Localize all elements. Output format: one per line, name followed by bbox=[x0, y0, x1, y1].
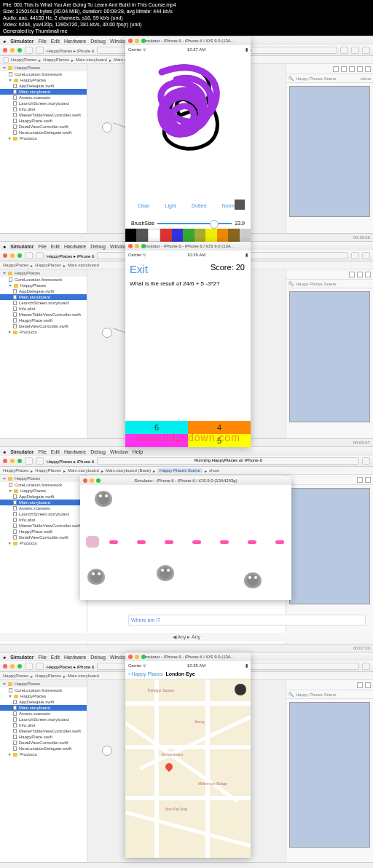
meta-file: File: 001 This Is What You Are Going To … bbox=[3, 1, 370, 8]
quiz-app[interactable]: Exit Score: 20 What is the result of 24/… bbox=[125, 259, 251, 447]
color-green[interactable] bbox=[183, 229, 194, 242]
back-btn[interactable] bbox=[3, 57, 9, 63]
watermark: www.0daydown.com bbox=[125, 432, 251, 443]
menu-hardware[interactable]: Hardware bbox=[64, 39, 86, 44]
project-navigator[interactable]: HappyPlaces CoreLocation.framework Happy… bbox=[0, 64, 87, 242]
minimize-icon[interactable] bbox=[10, 48, 15, 52]
enemy-sprite bbox=[95, 491, 112, 507]
minimize-icon[interactable] bbox=[135, 39, 139, 43]
where-am-i-field[interactable]: Where am I? bbox=[128, 615, 366, 626]
menu-edit[interactable]: Edit bbox=[51, 39, 60, 44]
enemy-sprite bbox=[87, 569, 105, 585]
enemy-sprite bbox=[157, 565, 174, 581]
screenshot-2: ●SimulatorFileEditHardwareDebugWindowHel… bbox=[0, 241, 373, 446]
eraser-icon[interactable] bbox=[240, 229, 251, 242]
map-pin-icon[interactable] bbox=[164, 762, 174, 772]
size-class-bar[interactable]: ◀ Any ▸ Any bbox=[0, 633, 373, 642]
color-blue[interactable] bbox=[172, 229, 183, 242]
poi-label: Millennium Bridge bbox=[198, 781, 227, 786]
menu-debug[interactable]: Debug bbox=[90, 39, 106, 44]
inspector: 🔍Happy Places Sceneshow bbox=[286, 64, 373, 242]
color-olive[interactable] bbox=[195, 229, 205, 242]
game-scene[interactable] bbox=[80, 485, 291, 600]
apple-icon[interactable]: ● bbox=[3, 39, 6, 44]
screenshot-4: ●SimulatorFileEditHardwareDebugWindowHel… bbox=[0, 652, 373, 868]
run-button[interactable] bbox=[25, 47, 33, 54]
player-sprite[interactable] bbox=[86, 536, 99, 548]
close-icon[interactable] bbox=[128, 39, 133, 43]
nav-bar: ‹ Happy Places London Eye bbox=[125, 669, 251, 679]
stop-button[interactable] bbox=[36, 47, 44, 54]
save-icon[interactable] bbox=[235, 200, 245, 210]
color-palette[interactable] bbox=[125, 229, 251, 242]
brush-label: BrushSize bbox=[131, 221, 154, 226]
clear-button[interactable]: Clear bbox=[138, 203, 150, 208]
exit-button[interactable]: Exit bbox=[130, 263, 148, 275]
selected-file: Main.storyboard bbox=[0, 89, 87, 95]
nav-title: London Eye bbox=[165, 671, 195, 676]
meta-audio: Audio: aac, 44100 Hz, 2 channels, s16, 5… bbox=[3, 15, 370, 21]
meta-video: Video: h264, yuv420p, 1280x720, 381 kb/s… bbox=[3, 21, 370, 28]
light-button[interactable]: Light bbox=[165, 203, 176, 208]
color-brown[interactable] bbox=[228, 229, 239, 242]
color-grey[interactable] bbox=[136, 229, 147, 242]
close-icon[interactable] bbox=[3, 48, 7, 52]
color-yellow[interactable] bbox=[205, 229, 216, 242]
zoom-icon[interactable] bbox=[141, 39, 146, 43]
clock: 10:27 AM bbox=[187, 47, 205, 52]
sim-title: Simulator - iPhone 6 - iPhone 6 / iOS 9.… bbox=[141, 39, 235, 43]
poi-label: Savoy bbox=[195, 719, 205, 724]
drawing-canvas[interactable] bbox=[140, 58, 235, 174]
zoom-icon[interactable] bbox=[17, 48, 22, 52]
dotted-button[interactable]: Dotted bbox=[192, 203, 207, 208]
battery-icon: ▮ bbox=[246, 47, 248, 52]
poi-label: Man Pat Sing bbox=[165, 807, 187, 811]
editor-btn2[interactable] bbox=[351, 47, 359, 54]
editor-btn[interactable] bbox=[340, 47, 348, 54]
poi-label: Embankment bbox=[162, 752, 183, 757]
simulator-window-map: Simulator - iPhone 6 - iPhone 6 / iOS 9.… bbox=[125, 652, 251, 858]
screenshot-1: ● Simulator File Edit Hardware Debug Win… bbox=[0, 36, 373, 241]
scheme[interactable]: HappyPlaces ▸ iPhone 6 bbox=[47, 48, 94, 53]
map-view[interactable]: Trafalgar Square Savoy Embankment Millen… bbox=[125, 679, 251, 858]
menu-file[interactable]: File bbox=[39, 39, 47, 44]
color-orange[interactable] bbox=[217, 229, 228, 242]
compass-icon[interactable] bbox=[235, 684, 246, 695]
color-white[interactable] bbox=[148, 229, 160, 242]
simulator-window-quiz: Simulator - iPhone 6 - iPhone 6 / iOS 9.… bbox=[125, 242, 251, 447]
brush-value: 23.9 bbox=[235, 221, 245, 226]
simulator-window-game: Simulator - iPhone 6 - iPhone 6 / iOS 9.… bbox=[80, 476, 291, 600]
app-name[interactable]: Simulator bbox=[10, 39, 34, 44]
meta-size: Size: 31501618 bytes (30.04 MiB), durati… bbox=[3, 8, 370, 15]
bullet-trail bbox=[109, 540, 284, 544]
poi-label: Trafalgar Square bbox=[147, 688, 174, 693]
brush-slider[interactable] bbox=[157, 223, 232, 224]
enemy-sprite bbox=[244, 572, 262, 588]
paint-app[interactable]: Clear Light Dotted Normal BrushSize 23.9 bbox=[125, 53, 251, 242]
question-image bbox=[133, 294, 243, 374]
insp-ico[interactable] bbox=[333, 66, 339, 72]
color-black[interactable] bbox=[125, 229, 136, 242]
simulator-window-paint: Simulator - iPhone 6 - iPhone 6 / iOS 9.… bbox=[125, 36, 251, 242]
scene-preview[interactable] bbox=[289, 86, 370, 217]
question-text: What is the result of 24/6 + 5 -3*2? bbox=[130, 280, 246, 287]
search-icon: 🔍 bbox=[288, 76, 294, 81]
screenshot-3: ●SimulatorFileEditHardwareDebugWindowHel… bbox=[0, 446, 373, 652]
score-label: Score: 20 bbox=[211, 263, 245, 272]
color-red[interactable] bbox=[160, 229, 171, 242]
timestamp: 00:18:56 bbox=[353, 235, 370, 240]
panel-btn[interactable] bbox=[362, 47, 370, 54]
back-button[interactable]: ‹ Happy Places bbox=[128, 671, 162, 676]
meta-gen: Generated by Thumbnail me bbox=[3, 28, 370, 34]
video-metadata: File: 001 This Is What You Are Going To … bbox=[0, 0, 373, 36]
scene-node[interactable] bbox=[102, 122, 112, 133]
